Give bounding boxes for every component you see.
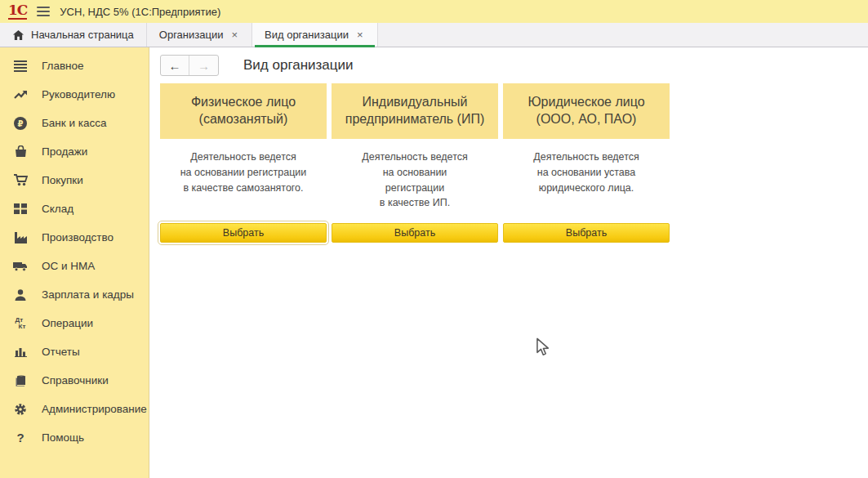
debit-credit-icon: ДтКт [11,317,29,330]
sidebar-item-label: Помощь [42,431,84,444]
tab-organizations[interactable]: Организации × [147,23,252,47]
sidebar-item-sales[interactable]: Продажи [0,137,149,166]
card-description: Деятельность ведется на основании регист… [332,150,498,221]
tab-home-label: Начальная страница [31,29,134,41]
sidebar-item-production[interactable]: Производство [0,223,149,252]
tab-close-icon[interactable]: × [355,29,365,41]
tab-bar: Начальная страница Организации × Вид орг… [0,23,868,47]
ruble-coin-icon: ₽ [11,117,29,130]
sidebar-item-label: Покупки [42,174,83,186]
window-titlebar: 1С УСН, НДС 5% (1С:Предприятие) [0,0,868,23]
back-arrow-icon: ← [169,59,181,73]
card-title: Юридическое лицо (ООО, АО, ПАО) [503,83,670,139]
card-title: Индивидуальный предприниматель (ИП) [332,83,498,139]
pallet-icon [11,203,29,214]
sidebar-item-reports[interactable]: Отчеты [0,337,149,366]
content-area: ← → Вид организации Физическое лицо (сам… [149,47,868,478]
gear-icon [11,403,29,416]
sidebar-item-manager[interactable]: Руководителю [0,80,149,109]
card-individual-selfemployed: Физическое лицо (самозанятый) Деятельнос… [160,83,327,245]
sidebar-item-directories[interactable]: Справочники [0,366,149,395]
tab-org-type[interactable]: Вид организации × [252,23,377,47]
card-title: Физическое лицо (самозанятый) [160,83,327,139]
sidebar-item-administration[interactable]: Администрирование [0,395,149,423]
sidebar-item-label: Продажи [42,145,87,158]
sidebar-item-label: Справочники [42,374,109,386]
person-icon [11,289,29,301]
sidebar-item-purchases[interactable]: Покупки [0,166,149,194]
forward-arrow-icon: → [198,59,210,73]
question-icon: ? [11,431,29,444]
bar-chart-icon [11,346,29,357]
tab-organizations-label: Организации [159,29,224,41]
select-button-legal-entity[interactable]: Выбрать [503,223,670,243]
factory-icon [11,232,29,243]
truck-icon [11,261,29,271]
sidebar-item-operations[interactable]: ДтКт Операции [0,309,149,337]
sidebar-item-label: Администрирование [42,403,147,415]
book-icon [11,375,29,386]
trend-up-icon [11,89,29,100]
history-nav-group: ← → [160,55,219,76]
sidebar-item-help[interactable]: ? Помощь [0,423,149,452]
sidebar-item-main[interactable]: Главное [0,51,149,80]
card-description: Деятельность ведется на основании регист… [160,150,327,221]
sidebar-item-label: Отчеты [42,346,80,358]
org-type-cards: Физическое лицо (самозанятый) Деятельнос… [160,83,868,245]
sidebar-item-label: Главное [42,60,84,72]
sidebar-item-label: Зарплата и кадры [42,288,134,301]
card-legal-entity: Юридическое лицо (ООО, АО, ПАО) Деятельн… [503,83,670,245]
1c-logo-icon: 1С [8,3,27,20]
window-title: УСН, НДС 5% (1С:Предприятие) [60,6,220,18]
sidebar-item-label: Руководителю [42,88,115,101]
main-menu-hamburger-icon[interactable] [37,7,50,16]
sidebar-item-payroll-hr[interactable]: Зарплата и кадры [0,280,149,309]
sidebar-item-label: Операции [42,317,93,329]
cart-icon [11,174,29,186]
sidebar-item-label: Банк и касса [42,117,107,129]
tab-org-type-label: Вид организации [265,29,349,41]
select-button-sole-proprietor[interactable]: Выбрать [332,223,498,243]
page-title: Вид организации [243,57,354,74]
shopping-bag-icon [11,145,29,158]
back-button[interactable]: ← [161,56,189,75]
sidebar-item-label: Производство [42,231,114,243]
sidebar-item-warehouse[interactable]: Склад [0,194,149,223]
sidebar-item-label: ОС и НМА [42,260,95,272]
card-sole-proprietor: Индивидуальный предприниматель (ИП) Деят… [332,83,498,245]
home-icon [12,29,24,41]
tab-close-icon[interactable]: × [229,29,239,41]
forward-button[interactable]: → [189,56,218,75]
select-button-selfemployed[interactable]: Выбрать [160,223,327,243]
card-description: Деятельность ведется на основании устава… [503,150,670,221]
sidebar-item-label: Склад [42,203,73,215]
sidebar-item-bank-cash[interactable]: ₽ Банк и касса [0,109,149,137]
tab-home[interactable]: Начальная страница [0,23,147,47]
sidebar: Главное Руководителю ₽ Банк и касса Прод… [0,47,149,478]
menu-lines-icon [11,60,29,72]
sidebar-item-fixed-assets[interactable]: ОС и НМА [0,252,149,280]
svg-text:₽: ₽ [18,118,24,127]
